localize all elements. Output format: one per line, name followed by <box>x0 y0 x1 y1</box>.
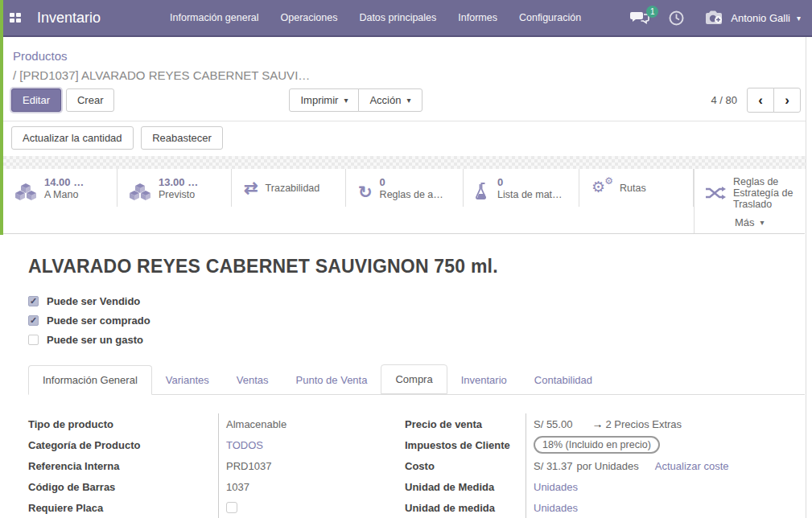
tab-punto-de-venta[interactable]: Punto de Venta <box>282 366 381 394</box>
tab-variantes[interactable]: Variantes <box>152 366 223 394</box>
can-be-sold-label: Puede ser Vendido <box>47 295 140 307</box>
reordering-rules-value: 0 <box>380 176 443 189</box>
print-dropdown-button[interactable]: Imprimir ▾ <box>289 88 359 112</box>
stat-bill-of-materials[interactable]: 0 Lista de mat… <box>464 169 579 207</box>
extra-prices-link[interactable]: → 2 Precios Extras <box>591 417 682 430</box>
stat-putaway-rules[interactable]: Reglas de Estrategía de Traslado Más ▾ <box>694 169 805 233</box>
product-type-label: Tipo de producto <box>28 418 113 430</box>
exchange-arrows-icon: ⇄ <box>244 179 258 196</box>
notebook-tabs: Información General Variantes Ventas Pun… <box>28 364 805 395</box>
avatar-camera-icon <box>703 10 724 26</box>
edit-button[interactable]: Editar <box>11 88 61 112</box>
messages-button[interactable]: 1 <box>630 11 649 25</box>
menu-item-configuracion[interactable]: Configuración <box>519 12 581 23</box>
menu-item-datos-principales[interactable]: Datos principales <box>359 12 436 23</box>
can-be-sold-row: Puede ser Vendido <box>28 291 805 310</box>
customer-tax-badge[interactable]: 18% (Incluido en precio) <box>534 436 660 454</box>
update-cost-link[interactable]: Actualizar coste <box>655 460 729 472</box>
can-be-expensed-checkbox[interactable] <box>28 335 39 345</box>
product-title: ALVARADO REYES CABERNET SAUVIGNON 750 ml… <box>28 256 805 278</box>
uom-value-link[interactable]: Unidades <box>534 481 578 493</box>
form-left-column: Tipo de producto Categoría de Producto R… <box>28 413 397 518</box>
internal-reference-label: Referencia Interna <box>28 460 119 472</box>
customer-tax-label: Impuestos de Cliente <box>405 439 510 451</box>
caret-down-icon: ▾ <box>797 14 801 23</box>
menu-item-informacion-general[interactable]: Información general <box>170 12 258 23</box>
message-count-badge: 1 <box>646 6 658 18</box>
flask-icon <box>476 176 490 207</box>
quick-actions-row: Actualizar la cantidad Reabastecer <box>0 121 812 156</box>
can-be-purchased-checkbox[interactable] <box>28 315 39 326</box>
create-button[interactable]: Crear <box>66 88 115 112</box>
traceability-label: Trazabilidad <box>266 183 320 194</box>
apps-menu-icon[interactable] <box>10 13 21 23</box>
breadcrumb-current-record: / [PRD1037] ALVARADO REYES CABERNET SAUV… <box>13 68 799 82</box>
tab-inventario[interactable]: Inventario <box>447 366 521 394</box>
on-hand-label: A Mano <box>44 189 84 202</box>
requires-plate-checkbox[interactable] <box>226 502 237 513</box>
stat-forecasted[interactable]: 13.00 … Previsto <box>117 169 232 207</box>
tab-informacion-general[interactable]: Información General <box>28 365 152 395</box>
stat-traceability[interactable]: ⇄ Trazabilidad <box>232 169 346 207</box>
putaway-label: Reglas de Estrategía de Traslado <box>733 176 802 210</box>
refresh-icon: ↻ <box>358 176 373 207</box>
barcode-value: 1037 <box>226 481 249 493</box>
tab-contabilidad[interactable]: Contabilidad <box>521 366 606 394</box>
user-menu[interactable]: Antonio Galli ▾ <box>703 10 801 26</box>
next-record-button[interactable]: › <box>773 88 801 113</box>
reordering-rules-label: Reglas de a… <box>380 189 443 202</box>
can-be-expensed-label: Puede ser un gasto <box>47 334 143 346</box>
stat-routes[interactable]: ⚙ ⚙ Rutas <box>579 169 694 207</box>
product-category-label: Categoría de Producto <box>28 439 140 451</box>
caret-down-icon: ▾ <box>760 218 765 227</box>
control-panel: Editar Crear Imprimir ▾ Acción ▾ 4 / 80 … <box>0 82 812 121</box>
stat-reordering-rules[interactable]: ↻ 0 Reglas de a… <box>346 169 464 207</box>
tab-ventas[interactable]: Ventas <box>223 366 282 394</box>
stat-on-hand[interactable]: 14.00 … A Mano <box>3 169 117 207</box>
product-category-value-link[interactable]: TODOS <box>226 439 263 451</box>
cubes-icon <box>15 176 37 207</box>
breadcrumb-products-link[interactable]: Productos <box>13 49 799 63</box>
breadcrumb: Productos / [PRD1037] ALVARADO REYES CAB… <box>0 37 812 82</box>
tab-compra[interactable]: Compra <box>381 364 447 394</box>
sale-price-value: S/ 55.00 <box>534 418 572 430</box>
form-sheet: ALVARADO REYES CABERNET SAUVIGNON 750 ml… <box>0 234 812 518</box>
app-title[interactable]: Inventario <box>37 10 101 27</box>
routes-label: Rutas <box>620 183 646 194</box>
caret-down-icon: ▾ <box>406 96 410 105</box>
chevron-right-icon: › <box>785 92 789 109</box>
bom-label: Lista de mat… <box>497 189 563 202</box>
cubes-icon <box>130 176 151 207</box>
caret-down-icon: ▾ <box>344 96 348 105</box>
menu-item-informes[interactable]: Informes <box>458 12 497 23</box>
cost-label: Costo <box>405 460 435 472</box>
top-navbar: Inventario Información general Operacion… <box>0 0 812 37</box>
activities-button[interactable] <box>669 10 684 26</box>
bom-value: 0 <box>497 176 563 189</box>
internal-reference-value: PRD1037 <box>226 460 271 472</box>
gears-icon: ⚙ ⚙ <box>591 179 612 197</box>
cost-value: S/ 31.37 <box>534 460 572 472</box>
scrollbar-track[interactable] <box>806 37 812 518</box>
previous-record-button[interactable]: ‹ <box>747 88 774 113</box>
menu-item-operaciones[interactable]: Operaciones <box>281 12 338 23</box>
barcode-label: Código de Barras <box>28 481 115 493</box>
shuffle-icon <box>705 176 726 210</box>
clock-icon <box>669 10 684 26</box>
action-dropdown-button[interactable]: Acción ▾ <box>358 88 422 112</box>
forecasted-value: 13.00 … <box>159 176 198 189</box>
sale-price-label: Precio de venta <box>405 418 482 430</box>
can-be-sold-checkbox[interactable] <box>28 296 39 306</box>
replenish-button[interactable]: Reabastecer <box>141 126 223 150</box>
uom-label: Unidad de Medida <box>405 481 494 493</box>
general-info-form: Tipo de producto Categoría de Producto R… <box>28 413 805 518</box>
chevron-left-icon: ‹ <box>758 92 763 109</box>
record-pager: 4 / 80 <box>711 94 737 106</box>
more-dropdown[interactable]: Más ▾ <box>735 216 802 228</box>
can-be-purchased-label: Puede ser comprado <box>47 314 150 327</box>
form-right-column: Precio de venta Impuestos de Cliente Cos… <box>405 413 805 518</box>
purchase-uom-value-link[interactable]: Unidades <box>534 502 578 514</box>
update-quantity-button[interactable]: Actualizar la cantidad <box>11 126 134 150</box>
main-menu: Información general Operaciones Datos pr… <box>170 12 581 23</box>
on-hand-value: 14.00 … <box>44 176 84 189</box>
